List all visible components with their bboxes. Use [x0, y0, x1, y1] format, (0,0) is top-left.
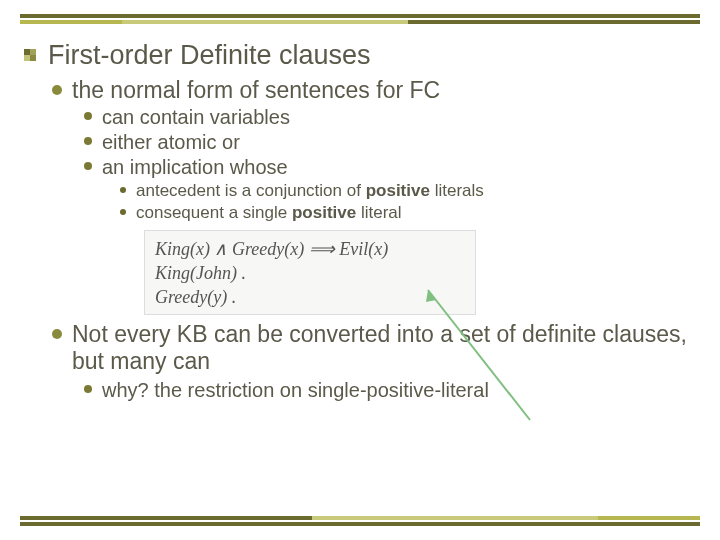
point-normal-form: the normal form of sentences for FC: [72, 77, 440, 105]
bullet-icon: [120, 187, 126, 193]
slide-title: First-order Definite clauses: [48, 40, 371, 71]
bullet-icon: [84, 162, 92, 170]
bullet-icon: [84, 112, 92, 120]
bullet-icon: [52, 85, 62, 95]
top-decor-bar: [20, 14, 700, 24]
bullet-icon: [120, 209, 126, 215]
formula-line-1: King(x) ∧ Greedy(x) ⟹ Evil(x): [155, 237, 465, 261]
point-consequent: consequent a single positive literal: [136, 202, 402, 224]
point-atomic: either atomic or: [102, 130, 240, 155]
formula-box: King(x) ∧ Greedy(x) ⟹ Evil(x) King(John)…: [144, 230, 476, 315]
slide-content: First-order Definite clauses the normal …: [24, 40, 696, 403]
bottom-decor-bar: [20, 516, 700, 526]
point-not-every-kb: Not every KB can be converted into a set…: [72, 321, 696, 376]
point-implication: an implication whose: [102, 155, 288, 180]
bullet-icon: [84, 137, 92, 145]
point-contain-vars: can contain variables: [102, 105, 290, 130]
title-bullet-icon: [24, 49, 38, 63]
point-antecedent: antecedent is a conjunction of positive …: [136, 180, 484, 202]
formula-line-2: King(John) .: [155, 261, 465, 285]
bullet-icon: [84, 385, 92, 393]
formula-line-3: Greedy(y) .: [155, 285, 465, 309]
bullet-icon: [52, 329, 62, 339]
point-why: why? the restriction on single-positive-…: [102, 378, 489, 403]
